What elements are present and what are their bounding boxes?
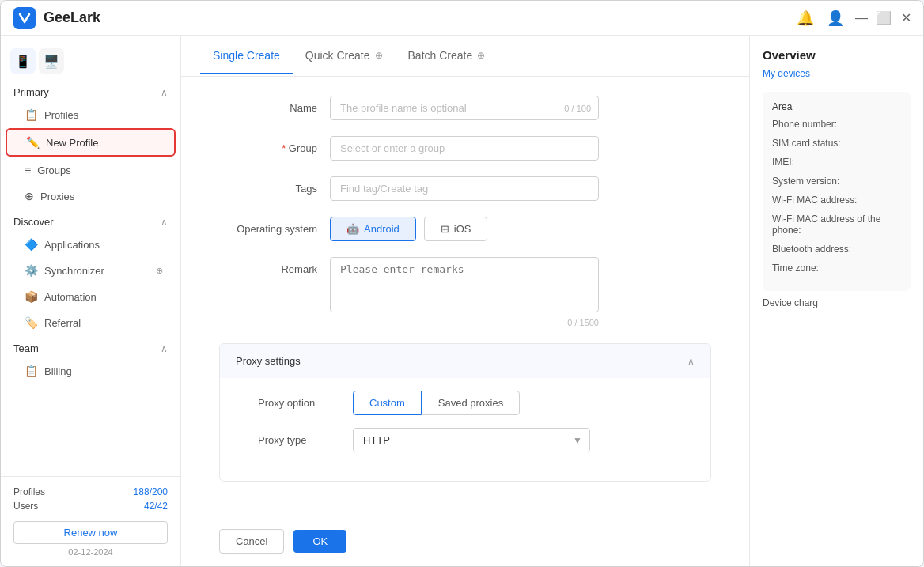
team-collapse-icon: ∧ [161,343,168,354]
tags-input[interactable] [330,176,599,201]
area-label: Area [772,101,901,112]
sidebar: 📱 🖥️ Primary ∧ 📋 Profiles ✏️ New Profile [1,36,181,566]
new-profile-icon: ✏️ [26,136,40,149]
sidebar-top: 📱 🖥️ Primary ∧ 📋 Profiles ✏️ New Profile [1,36,180,476]
proxy-section-header[interactable]: Proxy settings ∧ [220,344,710,378]
device-charge-label: Device charg [763,297,911,308]
expire-date: 02-12-2024 [13,547,168,557]
discover-section-header[interactable]: Discover ∧ [1,210,180,231]
applications-icon: 🔷 [25,238,38,251]
tab-quick-create[interactable]: Quick Create ⊕ [293,38,396,74]
phone-number-key: Phone number: [772,119,901,130]
my-devices-link[interactable]: My devices [763,68,911,79]
android-icon: 🤖 [346,223,359,235]
form-footer: Cancel OK [181,516,749,566]
groups-icon: ≡ [25,164,31,176]
system-version-row: System version: [772,176,901,187]
proxies-icon: ⊕ [25,190,34,202]
proxies-label: Proxies [40,191,74,202]
proxy-options: Custom Saved proxies [353,391,520,415]
renew-button[interactable]: Renew now [13,521,168,544]
sidebar-item-automation[interactable]: 📦 Automation [6,284,176,309]
overview-title: Overview [763,48,911,62]
remark-control: 0 / 1500 [330,257,599,327]
sidebar-item-new-profile[interactable]: ✏️ New Profile [6,128,176,157]
bluetooth-row: Bluetooth address: [772,244,901,255]
maximize-button[interactable]: ⬜ [879,13,888,23]
close-button[interactable]: ✕ [901,13,911,23]
group-label: Group [219,136,330,154]
ios-button[interactable]: ⊞ iOS [424,217,488,241]
right-panel: Overview My devices Area Phone number: S… [749,36,923,566]
wifi-mac-row: Wi-Fi MAC address: [772,195,901,206]
imei-row: IMEI: [772,157,901,168]
title-bar: GeeLark 🔔 👤 — ⬜ ✕ [1,1,923,36]
profiles-icon: 📋 [25,108,38,121]
sidebar-item-billing[interactable]: 📋 Billing [6,358,176,384]
name-input[interactable] [330,96,599,120]
form-area: Name 0 / 100 Group [181,77,749,516]
batch-create-label: Batch Create [408,49,473,62]
bluetooth-key: Bluetooth address: [772,244,901,255]
proxy-type-label: Proxy type [258,434,353,446]
name-label: Name [219,96,330,114]
ok-button[interactable]: OK [293,530,346,553]
name-input-wrapper: 0 / 100 [330,96,599,120]
system-version-key: System version: [772,176,901,187]
mobile-device-icon[interactable]: 📱 [10,48,36,74]
app-logo [13,7,36,29]
notification-icon[interactable]: 🔔 [797,9,814,27]
synchronizer-icon: ⚙️ [25,264,38,277]
sidebar-item-groups[interactable]: ≡ Groups [6,157,176,183]
primary-collapse-icon: ∧ [161,87,168,98]
tab-single-create[interactable]: Single Create [200,38,293,74]
app-name: GeeLark [44,9,100,26]
users-stat-value: 42/42 [144,501,168,512]
cancel-button[interactable]: Cancel [219,529,284,554]
group-input[interactable] [330,136,599,161]
profiles-label: Profiles [44,109,78,121]
sidebar-item-applications[interactable]: 🔷 Applications [6,232,176,257]
proxy-type-select[interactable]: HTTP HTTPS SOCKS5 [353,428,590,452]
referral-label: Referral [44,317,81,329]
remark-input[interactable] [330,257,599,312]
team-section-header[interactable]: Team ∧ [1,336,180,357]
sidebar-item-synchronizer[interactable]: ⚙️ Synchronizer ⊕ [6,258,176,283]
sidebar-bottom: Profiles 188/200 Users 42/42 Renew now 0… [1,476,180,566]
proxy-option-label: Proxy option [258,397,353,409]
name-control: 0 / 100 [330,96,599,120]
primary-label: Primary [13,86,49,98]
timezone-row: Time zone: [772,263,901,274]
custom-proxy-button[interactable]: Custom [353,391,422,415]
tab-batch-create[interactable]: Batch Create ⊕ [396,38,498,74]
primary-section-header[interactable]: Primary ∧ [1,80,180,101]
applications-label: Applications [44,239,100,251]
os-row: Operating system 🤖 Android ⊞ iOS [219,217,711,241]
center-panel: Single Create Quick Create ⊕ Batch Creat… [181,36,749,566]
imei-key: IMEI: [772,157,901,168]
proxy-option-row: Proxy option Custom Saved proxies [258,391,672,415]
desktop-device-icon[interactable]: 🖥️ [39,48,64,74]
user-icon[interactable]: 👤 [827,9,844,27]
ios-icon: ⊞ [441,223,449,235]
discover-label: Discover [13,216,54,228]
sidebar-item-proxies[interactable]: ⊕ Proxies [6,183,176,209]
minimize-button[interactable]: — [857,13,866,23]
android-button[interactable]: 🤖 Android [330,217,416,241]
wifi-mac-phone-key: Wi-Fi MAC address of the phone: [772,214,901,236]
remark-row: Remark 0 / 1500 [219,257,711,327]
quick-create-icon: ⊕ [375,50,383,61]
discover-collapse-icon: ∧ [161,217,168,228]
sidebar-item-referral[interactable]: 🏷️ Referral [6,310,176,335]
proxy-type-select-wrapper: HTTP HTTPS SOCKS5 ▼ [353,428,590,452]
users-stat: Users 42/42 [13,501,168,512]
sidebar-item-profiles[interactable]: 📋 Profiles [6,102,176,127]
timezone-key: Time zone: [772,263,901,274]
title-bar-controls: 🔔 👤 — ⬜ ✕ [797,9,911,27]
saved-proxies-button[interactable]: Saved proxies [422,391,520,415]
phone-number-row: Phone number: [772,119,901,130]
name-row: Name 0 / 100 [219,96,711,120]
content-area: Single Create Quick Create ⊕ Batch Creat… [181,36,923,566]
os-label: Operating system [219,217,330,235]
proxy-section-title: Proxy settings [236,355,301,367]
